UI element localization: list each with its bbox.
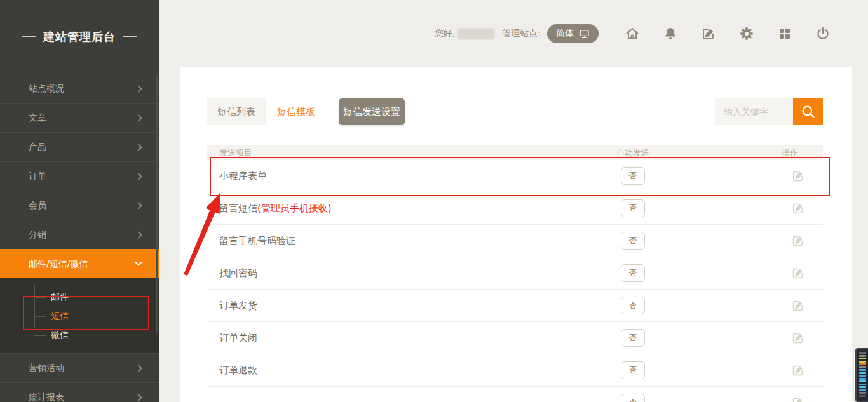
table-row: 小程序表单 否	[207, 160, 823, 192]
chevron-right-icon	[135, 173, 142, 180]
chevron-right-icon	[135, 231, 142, 238]
gear-icon[interactable]	[738, 25, 755, 42]
sidebar-item-label: 产品	[29, 142, 46, 153]
search-button[interactable]	[793, 98, 823, 125]
search-input[interactable]	[715, 98, 793, 125]
sidebar-item-label: 订单	[29, 171, 46, 182]
search-box	[715, 98, 823, 125]
sidebar-subitem[interactable]: 短信	[0, 307, 159, 326]
sidebar-subitem-label: 邮件	[51, 291, 69, 303]
chevron-right-icon	[135, 394, 142, 401]
table-row: 留言短信(管理员手机接收) 否	[207, 192, 823, 225]
apps-grid-icon[interactable]	[776, 25, 793, 42]
sidebar-menu-item[interactable]: 会员	[0, 191, 159, 220]
sms-template-table: 发送项目 自动发送 操作 小程序表单 否 留言短信(管理员手机接收) 否	[207, 145, 823, 402]
title-dash-right	[123, 36, 137, 37]
minimap-widget[interactable]	[855, 348, 868, 402]
auto-send-toggle[interactable]: 否	[621, 232, 645, 250]
edit-icon[interactable]	[791, 298, 805, 312]
sidebar-menu-item[interactable]: 产品	[0, 132, 159, 161]
row-send-item: 订单关闭	[219, 332, 257, 344]
edit-icon[interactable]	[791, 396, 805, 402]
auto-send-toggle[interactable]: 否	[621, 199, 645, 217]
sidebar: 建站管理后台 站点概况 文章 产品 订单 会员 分销 邮件/短信/微信 邮件 短…	[0, 0, 159, 402]
sidebar-item-label: 营销活动	[29, 363, 64, 374]
row-send-item: 留言手机号码验证	[219, 235, 295, 247]
minimap-stripe	[859, 392, 866, 394]
admin-backend-page: 建站管理后台 站点概况 文章 产品 订单 会员 分销 邮件/短信/微信 邮件 短…	[0, 0, 868, 402]
row-send-item: 留言短信(管理员手机接收)	[219, 203, 332, 215]
column-auto-send: 自动发送	[601, 147, 665, 159]
edit-icon[interactable]	[791, 266, 805, 280]
auto-send-toggle[interactable]: 否	[621, 329, 645, 347]
minimap-stripe	[859, 380, 866, 382]
auto-send-toggle[interactable]: 否	[621, 361, 645, 379]
sidebar-item-label: 分销	[29, 229, 46, 241]
auto-send-toggle[interactable]: 否	[621, 394, 645, 402]
sidebar-menu-item[interactable]: 订单	[0, 161, 159, 191]
language-site-pill[interactable]: 简体	[547, 24, 599, 43]
tab-sms-template[interactable]: 短信模板	[266, 98, 326, 125]
app-title: 建站管理后台	[43, 29, 116, 44]
search-icon	[800, 104, 817, 120]
minimap-stripe	[859, 355, 866, 357]
sidebar-menu-item[interactable]: 站点概况	[0, 74, 159, 103]
sidebar-item-label: 邮件/短信/微信	[29, 258, 88, 270]
chevron-right-icon	[135, 258, 142, 265]
row-send-item: 小程序表单	[219, 170, 267, 182]
sidebar-title: 建站管理后台	[0, 0, 159, 74]
chevron-right-icon	[135, 85, 142, 92]
auto-send-toggle[interactable]: 否	[621, 264, 645, 282]
table-row: 留言手机号码验证 否	[207, 225, 823, 257]
sms-send-settings-button[interactable]: 短信发送设置	[339, 98, 405, 125]
sidebar-menu: 站点概况 文章 产品 订单 会员 分销 邮件/短信/微信 邮件 短信 微信 营销…	[0, 74, 159, 402]
chevron-right-icon	[135, 202, 142, 209]
manage-site-label: 管理站点:	[502, 28, 541, 39]
minimap-stripe	[859, 372, 866, 374]
compose-icon[interactable]	[700, 25, 717, 42]
minimap-stripe	[859, 395, 866, 397]
greeting-text: 您好,	[435, 28, 455, 39]
title-dash-left	[22, 36, 36, 37]
chevron-right-icon	[135, 365, 142, 372]
table-body: 小程序表单 否 留言短信(管理员手机接收) 否 留言手机号码验证 否	[207, 160, 823, 402]
auto-send-toggle[interactable]: 否	[621, 297, 645, 314]
power-icon[interactable]	[815, 25, 831, 42]
topbar: 您好, 管理站点: 简体	[159, 0, 868, 67]
minimap-stripe	[859, 352, 866, 354]
sidebar-item-label: 统计报表	[29, 392, 64, 402]
sidebar-subitem-label: 短信	[51, 311, 69, 322]
auto-send-toggle[interactable]: 否	[621, 167, 645, 185]
tab-sms-list[interactable]: 短信列表	[207, 98, 266, 125]
sidebar-scrollbar[interactable]	[156, 74, 158, 333]
edit-icon[interactable]	[791, 363, 805, 377]
edit-icon[interactable]	[791, 169, 805, 183]
sidebar-item-label: 文章	[29, 112, 46, 124]
home-icon[interactable]	[624, 25, 641, 42]
chevron-right-icon	[135, 144, 142, 151]
minimap-stripe	[859, 389, 866, 391]
edit-icon[interactable]	[791, 331, 805, 345]
sidebar-submenu: 邮件 短信 微信	[0, 278, 159, 353]
bell-icon[interactable]	[662, 25, 679, 42]
table-row: 找回密码 否	[207, 257, 823, 290]
sidebar-menu-item[interactable]: 分销	[0, 220, 159, 249]
chevron-right-icon	[135, 114, 142, 121]
sidebar-subitem[interactable]: 邮件	[0, 288, 159, 307]
sidebar-menu-item[interactable]: 邮件/短信/微信	[0, 249, 159, 278]
row-send-item: 订单退款	[219, 365, 257, 377]
row-send-item: 找回密码	[219, 267, 257, 279]
minimap-stripe	[859, 363, 866, 365]
sidebar-subitem[interactable]: 微信	[0, 326, 159, 345]
table-row: 订单发货 否	[207, 290, 823, 322]
table-header: 发送项目 自动发送 操作	[207, 145, 823, 160]
column-send-item: 发送项目	[219, 147, 252, 159]
monitor-icon	[579, 29, 590, 39]
edit-icon[interactable]	[791, 234, 805, 248]
minimap-stripe	[859, 386, 866, 388]
sidebar-menu-item[interactable]: 文章	[0, 103, 159, 132]
sidebar-menu-item[interactable]: 营销活动	[0, 353, 159, 382]
sidebar-menu-item[interactable]: 统计报表	[0, 382, 159, 402]
edit-icon[interactable]	[791, 201, 805, 215]
minimap-stripe	[859, 361, 866, 363]
